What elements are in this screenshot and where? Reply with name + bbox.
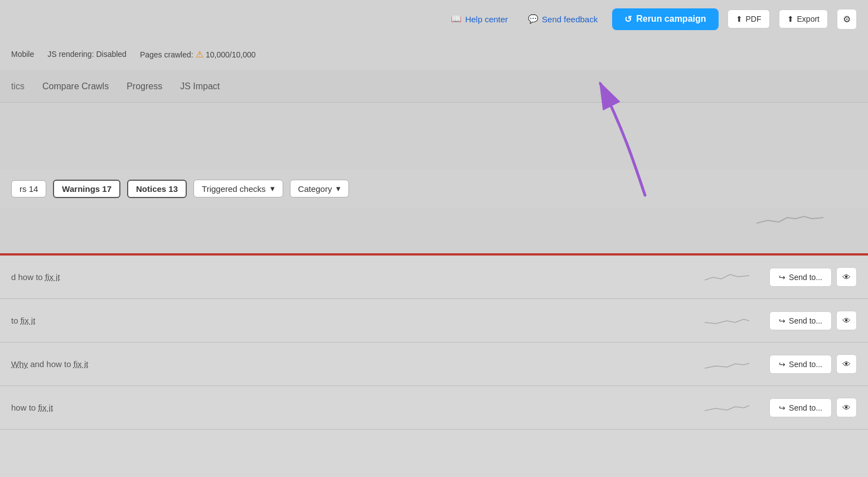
send-feedback-button[interactable]: 💬 Send feedback <box>522 11 603 27</box>
row-actions-2: ↪ Send to... 👁 <box>769 311 857 330</box>
table-area: d how to fix it ↪ Send to... 👁 to fix it <box>0 256 868 477</box>
share-icon: ↪ <box>779 403 785 412</box>
sparkline-2 <box>694 312 760 329</box>
warning-icon: ⚠ <box>196 50 206 59</box>
eye-icon: 👁 <box>842 403 851 412</box>
eye-button-3[interactable]: 👁 <box>836 354 857 374</box>
row-actions-3: ↪ Send to... 👁 <box>769 354 857 374</box>
table-row: d how to fix it ↪ Send to... 👁 <box>0 256 868 299</box>
pdf-label: PDF <box>746 15 762 23</box>
rerun-campaign-button[interactable]: ↺ Rerun campaign <box>612 8 718 30</box>
top-bar: 📖 Help center 💬 Send feedback ↺ Rerun ca… <box>0 0 868 38</box>
sparkline-1 <box>694 269 760 286</box>
row-text-1: d how to fix it <box>11 272 694 282</box>
notices-filter[interactable]: Notices 13 <box>127 180 187 198</box>
triggered-checks-dropdown[interactable]: Triggered checks ▾ <box>193 180 283 197</box>
help-center-label: Help center <box>465 15 508 24</box>
row-actions-4: ↪ Send to... 👁 <box>769 398 857 417</box>
chart-area <box>757 206 823 240</box>
sub-bar: Mobile JS rendering: Disabled Pages craw… <box>0 38 868 70</box>
export-button[interactable]: ⬆ Export <box>779 9 828 28</box>
chevron-down-icon: ▾ <box>270 184 275 194</box>
send-to-button-3[interactable]: ↪ Send to... <box>769 355 832 374</box>
row-text-2: to fix it <box>11 316 694 325</box>
tab-progress[interactable]: Progress <box>127 77 162 96</box>
sparkline-3 <box>694 356 760 373</box>
export-label: Export <box>797 15 819 23</box>
send-to-button-1[interactable]: ↪ Send to... <box>769 268 832 287</box>
pdf-button[interactable]: ⬆ PDF <box>728 9 770 28</box>
tab-partial-tics[interactable]: tics <box>11 81 25 91</box>
eye-button-2[interactable]: 👁 <box>836 311 857 330</box>
send-to-button-2[interactable]: ↪ Send to... <box>769 311 832 330</box>
tab-js-impact[interactable]: JS Impact <box>180 77 220 96</box>
device-label: Mobile <box>11 50 34 59</box>
book-icon: 📖 <box>451 14 462 24</box>
rerun-label: Rerun campaign <box>636 14 706 24</box>
row-text-3: Why and how to fix it <box>11 359 694 369</box>
eye-button-4[interactable]: 👁 <box>836 398 857 417</box>
row-text-4: how to fix it <box>11 403 694 412</box>
sparkline-4 <box>694 399 760 416</box>
eye-icon: 👁 <box>842 359 851 369</box>
settings-button[interactable]: ⚙ <box>837 9 857 30</box>
errors-filter[interactable]: rs 14 <box>11 180 46 197</box>
filter-bar: rs 14 Warnings 17 Notices 13 Triggered c… <box>0 170 868 208</box>
eye-icon: 👁 <box>842 316 851 325</box>
pages-crawled-section: Pages crawled: ⚠ 10,000/10,000 <box>140 49 256 60</box>
row-actions-1: ↪ Send to... 👁 <box>769 267 857 287</box>
eye-icon: 👁 <box>842 272 851 282</box>
category-dropdown[interactable]: Category ▾ <box>290 180 350 197</box>
share-icon: ↪ <box>779 316 785 325</box>
share-icon: ↪ <box>779 273 785 282</box>
table-row: how to fix it ↪ Send to... 👁 <box>0 386 868 430</box>
send-to-button-4[interactable]: ↪ Send to... <box>769 398 832 417</box>
pages-crawled-value: 10,000/10,000 <box>206 50 256 59</box>
eye-button-1[interactable]: 👁 <box>836 267 857 287</box>
table-row: to fix it ↪ Send to... 👁 <box>0 299 868 343</box>
tab-compare-crawls[interactable]: Compare Crawls <box>42 77 109 96</box>
chat-icon: 💬 <box>528 14 539 24</box>
help-center-button[interactable]: 📖 Help center <box>445 11 513 27</box>
tabs-bar: tics Compare Crawls Progress JS Impact <box>0 70 868 103</box>
upload-icon: ⬆ <box>736 15 743 23</box>
refresh-icon: ↺ <box>624 14 632 25</box>
send-feedback-label: Send feedback <box>542 15 598 24</box>
warnings-filter[interactable]: Warnings 17 <box>53 180 120 198</box>
share-icon: ↪ <box>779 360 785 369</box>
gear-icon: ⚙ <box>843 14 851 25</box>
pages-crawled-label: Pages crawled: <box>140 50 193 59</box>
table-row: Why and how to fix it ↪ Send to... 👁 <box>0 343 868 386</box>
export-icon: ⬆ <box>787 15 794 23</box>
chevron-down-icon: ▾ <box>336 184 341 194</box>
js-rendering-label: JS rendering: Disabled <box>47 50 127 59</box>
